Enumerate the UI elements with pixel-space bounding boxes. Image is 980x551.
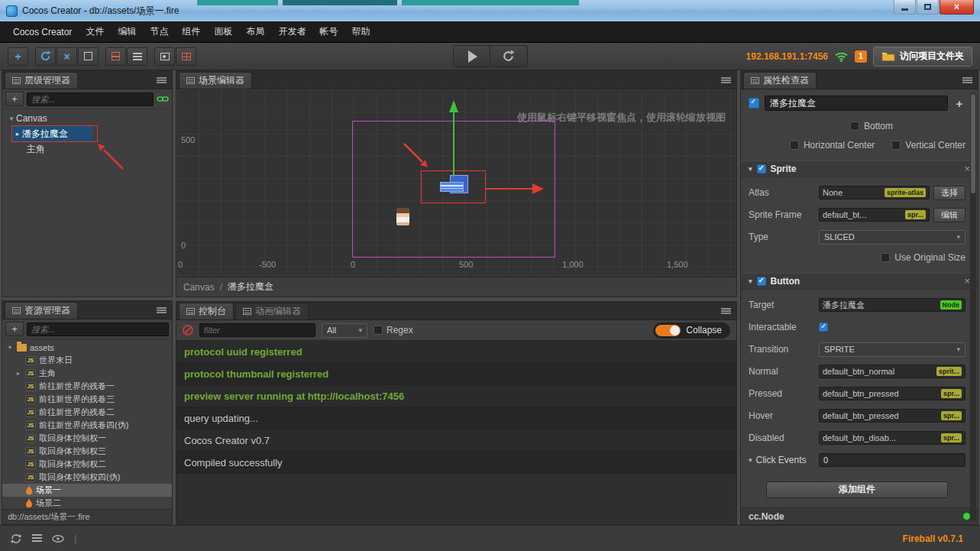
log-row[interactable]: protocol uuid registerred: [176, 341, 736, 363]
tree-node-canvas[interactable]: ▾ Canvas: [2, 111, 172, 126]
asset-item[interactable]: JS前往新世界的残卷三: [2, 393, 172, 406]
sprite-frame-edit-button[interactable]: 编辑: [933, 208, 965, 222]
asset-item[interactable]: JS前往新世界的残卷一: [2, 380, 172, 393]
menu-node[interactable]: 节点: [143, 21, 175, 42]
eye-icon[interactable]: [52, 535, 64, 543]
play-button[interactable]: [453, 45, 490, 67]
node-name-input[interactable]: [765, 96, 948, 111]
collapse-caret-icon[interactable]: ▾: [749, 165, 752, 173]
menu-layout[interactable]: 布局: [239, 21, 271, 42]
sync-icon[interactable]: [10, 533, 22, 544]
inspector-scrollbar[interactable]: [970, 92, 976, 521]
asset-item[interactable]: JS取回身体控制权四(伪): [2, 471, 172, 484]
character-sprite[interactable]: [396, 208, 409, 225]
click-events-input[interactable]: [819, 453, 965, 467]
hierarchy-search-input[interactable]: [27, 92, 154, 106]
log-row[interactable]: Compiled successfully: [176, 452, 736, 474]
tab-assets[interactable]: 资源管理器: [5, 302, 78, 319]
add-component-button[interactable]: 添加组件: [766, 481, 948, 499]
maximize-button[interactable]: [917, 0, 939, 15]
scene-panel-menu-icon[interactable]: [721, 77, 731, 83]
expand-caret-icon[interactable]: ▸: [15, 370, 22, 377]
menu-help[interactable]: 帮助: [344, 21, 377, 42]
tab-console[interactable]: 控制台: [179, 303, 234, 319]
log-row[interactable]: query updating...: [176, 407, 736, 429]
asset-item[interactable]: ▸JS主角: [2, 367, 172, 380]
button-section-header[interactable]: ▾ Button ×: [741, 273, 978, 290]
breadcrumb-current[interactable]: 潘多拉魔盒: [228, 280, 273, 293]
asset-item[interactable]: JS取回身体控制权三: [2, 445, 172, 458]
menu-component[interactable]: 组件: [175, 21, 207, 42]
tool-button-7[interactable]: [154, 47, 175, 66]
hierarchy-add-button[interactable]: +: [5, 92, 24, 106]
clear-console-icon[interactable]: [183, 325, 193, 335]
close-toolbar-button[interactable]: ×: [57, 47, 77, 66]
gizmo-y-arrowhead[interactable]: [449, 100, 458, 112]
collapse-caret-icon[interactable]: ▾: [749, 456, 752, 464]
collapse-caret-icon[interactable]: ▾: [7, 115, 16, 122]
sprite-section-header[interactable]: ▾ Sprite ×: [741, 160, 978, 177]
tool-button-6[interactable]: [127, 47, 147, 66]
expand-caret-icon[interactable]: ▸: [13, 130, 22, 138]
sprite-frame-value-box[interactable]: default_bt... spr...: [819, 208, 930, 222]
titlebar[interactable]: Cocos Creator - db://assets/场景一.fire ×: [0, 0, 980, 21]
scene-canvas[interactable]: 使用鼠标右键平移视窗焦点，使用滚轮缩放视图 500: [176, 89, 736, 277]
atlas-select-button[interactable]: 选择: [933, 186, 965, 200]
hover-value-box[interactable]: default_btn_pressed spr...: [819, 409, 965, 423]
collapse-caret-icon[interactable]: ▾: [749, 277, 752, 285]
regex-checkbox[interactable]: [374, 326, 383, 335]
asset-item[interactable]: JS前往新世界的残卷四(伪): [2, 419, 172, 432]
open-project-folder-button[interactable]: 访问项目文件夹: [873, 47, 972, 66]
console-filter-input[interactable]: [199, 323, 315, 337]
remove-sprite-icon[interactable]: ×: [964, 163, 970, 174]
asset-item[interactable]: JS世界末日: [2, 354, 172, 367]
remove-button-icon[interactable]: ×: [964, 275, 970, 287]
add-property-button[interactable]: +: [953, 97, 965, 110]
close-button[interactable]: ×: [940, 0, 974, 15]
minimize-button[interactable]: [894, 0, 916, 15]
rect-tool-button[interactable]: [78, 47, 99, 66]
console-panel-menu-icon[interactable]: [721, 308, 731, 314]
log-row[interactable]: preview server running at http://localho…: [176, 385, 736, 407]
asset-item[interactable]: 场景二: [2, 497, 172, 509]
tab-hierarchy[interactable]: 层级管理器: [5, 72, 78, 89]
menu-file[interactable]: 文件: [79, 21, 111, 42]
menu-edit[interactable]: 编辑: [111, 21, 143, 42]
inspector-panel-menu-icon[interactable]: [962, 77, 972, 83]
tool-button-5[interactable]: [105, 47, 126, 66]
scrollbar-thumb[interactable]: [971, 94, 975, 193]
breadcrumb-root[interactable]: Canvas: [183, 282, 215, 293]
asset-item-selected[interactable]: 场景一: [2, 484, 172, 497]
log-row[interactable]: protocol thumbnail registerred: [176, 363, 736, 385]
pressed-value-box[interactable]: default_btn_pressed spr...: [819, 387, 965, 400]
bottom-checkbox[interactable]: [850, 122, 859, 131]
use-original-size-checkbox[interactable]: [881, 253, 890, 262]
refresh-toolbar-button[interactable]: [35, 47, 56, 66]
collapse-caret-icon[interactable]: ▾: [6, 344, 14, 351]
atlas-value-box[interactable]: None sprite-atlas: [819, 186, 930, 199]
transition-select[interactable]: SPRITE ▾: [819, 342, 965, 357]
log-level-select[interactable]: All ▾: [322, 323, 367, 338]
hierarchy-panel-menu-icon[interactable]: [157, 77, 167, 83]
add-node-toolbar-button[interactable]: +: [8, 47, 28, 66]
assets-search-input[interactable]: [27, 322, 169, 336]
asset-item[interactable]: JS取回身体控制权一: [2, 432, 172, 445]
asset-root-folder[interactable]: ▾ assets: [2, 341, 172, 354]
vertical-center-checkbox[interactable]: [891, 141, 901, 150]
reload-button[interactable]: [490, 45, 528, 67]
target-value-box[interactable]: 潘多拉魔盒 Node: [819, 298, 965, 312]
tab-inspector[interactable]: 属性检查器: [743, 72, 817, 89]
log-row[interactable]: Cocos Creator v0.7: [176, 429, 736, 452]
menu-account[interactable]: 帐号: [312, 21, 344, 42]
tree-node-selected[interactable]: ▸ 潘多拉魔盒: [13, 126, 92, 141]
assets-panel-menu-icon[interactable]: [157, 307, 167, 313]
assets-add-button[interactable]: +: [5, 322, 24, 336]
node-active-checkbox[interactable]: [749, 98, 759, 109]
disabled-value-box[interactable]: default_btn_disab... spr...: [819, 431, 965, 445]
sprite-type-select[interactable]: SLICED ▾: [819, 230, 965, 245]
sprite-enabled-checkbox[interactable]: [757, 164, 766, 173]
asset-item[interactable]: JS取回身体控制权二: [2, 458, 172, 471]
interactable-checkbox[interactable]: [819, 322, 828, 332]
menu-cocos-creator[interactable]: Cocos Creator: [6, 21, 79, 42]
normal-value-box[interactable]: default_btn_normal sprit...: [819, 365, 965, 378]
